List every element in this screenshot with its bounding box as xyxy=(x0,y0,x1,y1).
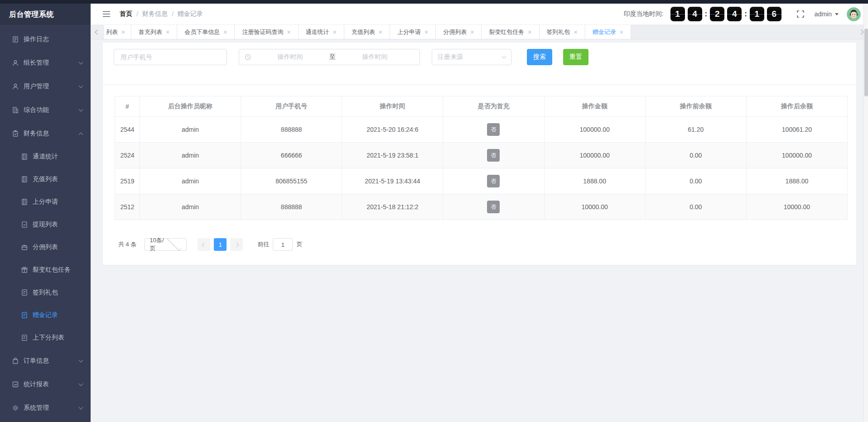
admin-app: 后台管理系统 操作日志 组长管理 用户管理 综合功能 xyxy=(0,0,868,422)
tab-list-clipped[interactable]: 列表× xyxy=(104,25,131,39)
clipboard-icon xyxy=(12,130,19,137)
tab-close-icon[interactable]: × xyxy=(379,29,382,35)
clock-icon xyxy=(245,54,251,60)
sidebar-item-finance-info[interactable]: 财务信息 xyxy=(0,122,91,145)
sidebar-item-user-mgmt[interactable]: 用户管理 xyxy=(0,75,91,98)
sidebar-item-recharge-list[interactable]: 充值列表 xyxy=(0,168,91,191)
goto-page-input[interactable] xyxy=(273,238,293,251)
col-balance-after: 操作后余额 xyxy=(746,96,847,117)
time-range-picker[interactable]: 操作时间 至 操作时间 xyxy=(239,49,420,65)
clock-colon: : xyxy=(744,10,747,19)
register-source-select[interactable]: 注册来源 xyxy=(432,49,511,65)
tab-close-icon[interactable]: × xyxy=(574,29,578,35)
tab-close-icon[interactable]: × xyxy=(121,29,125,35)
page-size-select[interactable]: 10条/页 xyxy=(145,238,187,251)
tab-first-charge-list[interactable]: 首充列表× xyxy=(131,25,177,39)
tab-close-icon[interactable]: × xyxy=(470,29,474,35)
reset-button[interactable]: 重置 xyxy=(563,49,588,65)
sidebar-fold-icon[interactable] xyxy=(102,10,111,18)
filter-bar: 操作时间 至 操作时间 注册来源 搜索 重置 xyxy=(103,43,856,85)
sidebar-item-signin-gift[interactable]: 签到礼包 xyxy=(0,281,91,304)
sidebar-item-leader-mgmt[interactable]: 组长管理 xyxy=(0,51,91,75)
breadcrumb: 首页 / 财务信息 / 赠金记录 xyxy=(120,10,203,18)
sidebar-item-order-info[interactable]: 订单信息 xyxy=(0,349,91,373)
tab-bonus-record[interactable]: 赠金记录× xyxy=(585,25,631,39)
tab-commission-list[interactable]: 分佣列表× xyxy=(436,25,482,39)
clock-digit: 2 xyxy=(710,7,724,21)
tab-recharge-list[interactable]: 充值列表× xyxy=(344,25,390,39)
tab-close-icon[interactable]: × xyxy=(287,29,290,35)
prev-page-button[interactable] xyxy=(198,238,210,251)
username: admin xyxy=(815,10,832,18)
vertical-scrollbar xyxy=(863,4,868,422)
sidebar-item-label: 赠金记录 xyxy=(33,311,58,319)
tab-close-icon[interactable]: × xyxy=(166,29,169,35)
tabs-bar: 列表× 首充列表× 会员下单信息× 注册验证码查询× 通道统计× 充值列表× 上… xyxy=(91,25,868,39)
sidebar-item-system-mgmt[interactable]: 系统管理 xyxy=(0,396,91,420)
tabs-scroll-left[interactable] xyxy=(91,25,104,39)
fullscreen-icon[interactable] xyxy=(796,10,805,18)
next-page-button[interactable] xyxy=(230,238,243,251)
sidebar-item-bonus-record[interactable]: 赠金记录 xyxy=(0,304,91,326)
time-end-placeholder: 操作时间 xyxy=(336,53,414,61)
chevron-down-icon xyxy=(167,236,181,250)
sidebar-item-stats-report[interactable]: 统计报表 xyxy=(0,373,91,396)
document-icon xyxy=(12,36,19,43)
sidebar-item-red-packet-task[interactable]: 裂变红包任务 xyxy=(0,259,91,281)
tab-close-icon[interactable]: × xyxy=(528,29,531,35)
tab-close-icon[interactable]: × xyxy=(424,29,428,35)
sidebar-item-general-functions[interactable]: 综合功能 xyxy=(0,98,91,122)
top-header: 首页 / 财务信息 / 赠金记录 印度当地时间: 1 4 : 2 4 : 1 6… xyxy=(91,4,868,25)
breadcrumb-separator: / xyxy=(172,10,174,18)
sidebar-item-label: 组长管理 xyxy=(24,59,49,67)
tab-score-up-apply[interactable]: 上分申请× xyxy=(390,25,436,39)
user-dropdown[interactable]: admin xyxy=(815,10,839,18)
table-row: 2544 admin 888888 2021-5-20 16:24:6 否 10… xyxy=(115,117,848,143)
pagination: 共 4 条 10条/页 1 前往 页 xyxy=(118,238,856,251)
chevron-right-icon xyxy=(858,29,863,34)
chart-icon xyxy=(12,381,19,388)
user-icon xyxy=(12,83,19,90)
bonus-record-table: # 后台操作员昵称 用户手机号 操作时间 是否为首充 操作金额 操作前余额 操作… xyxy=(115,96,848,220)
tab-sms-code-query[interactable]: 注册验证码查询× xyxy=(235,25,298,39)
chevron-down-icon xyxy=(502,54,506,58)
sidebar-item-label: 签到礼包 xyxy=(33,288,58,297)
tab-close-icon[interactable]: × xyxy=(223,29,227,35)
gift-icon xyxy=(21,266,28,273)
chevron-right-icon xyxy=(235,242,239,247)
tab-close-icon[interactable]: × xyxy=(620,29,623,35)
phone-input[interactable] xyxy=(114,49,227,65)
page-number-current[interactable]: 1 xyxy=(214,238,227,251)
sidebar-item-operation-log[interactable]: 操作日志 xyxy=(0,28,91,51)
sidebar-item-channel-stats[interactable]: 通道统计 xyxy=(0,145,91,168)
breadcrumb-home[interactable]: 首页 xyxy=(120,10,132,18)
col-balance-before: 操作前余额 xyxy=(645,96,746,117)
sidebar-item-score-up-apply[interactable]: 上分申请 xyxy=(0,191,91,213)
table-header-row: # 后台操作员昵称 用户手机号 操作时间 是否为首充 操作金额 操作前余额 操作… xyxy=(115,96,848,117)
tab-member-orders[interactable]: 会员下单信息× xyxy=(177,25,235,39)
search-button[interactable]: 搜索 xyxy=(527,49,552,65)
table-row: 2519 admin 806855155 2021-5-19 13:43:44 … xyxy=(115,168,848,194)
sidebar-item-withdraw-list[interactable]: 提现列表 xyxy=(0,213,91,236)
tab-signin-gift[interactable]: 签到礼包× xyxy=(540,25,585,39)
sidebar-item-label: 裂变红包任务 xyxy=(33,266,71,274)
avatar[interactable] xyxy=(847,7,861,21)
scrollbar-thumb[interactable] xyxy=(864,29,868,96)
sidebar-item-label: 操作日志 xyxy=(24,35,49,43)
sidebar-item-commission-list[interactable]: 分佣列表 xyxy=(0,236,91,259)
sidebar-item-updown-score-list[interactable]: 上下分列表 xyxy=(0,326,91,349)
chevron-up-icon xyxy=(79,132,83,137)
doc-check-icon xyxy=(21,221,28,228)
header-right: 印度当地时间: 1 4 : 2 4 : 1 6 admin xyxy=(624,7,861,21)
chevron-down-icon xyxy=(79,84,83,88)
sidebar-item-label: 通道统计 xyxy=(33,153,58,161)
col-amount: 操作金额 xyxy=(544,96,645,117)
window-top-strip xyxy=(0,0,868,4)
tab-close-icon[interactable]: × xyxy=(333,29,337,35)
breadcrumb-current: 赠金记录 xyxy=(178,10,203,18)
chevron-left-icon xyxy=(202,242,207,247)
goto-page: 前往 页 xyxy=(257,238,302,251)
tab-red-packet-task[interactable]: 裂变红包任务× xyxy=(482,25,539,39)
tab-channel-stats[interactable]: 通道统计× xyxy=(299,25,344,39)
chevron-down-icon xyxy=(79,60,83,65)
